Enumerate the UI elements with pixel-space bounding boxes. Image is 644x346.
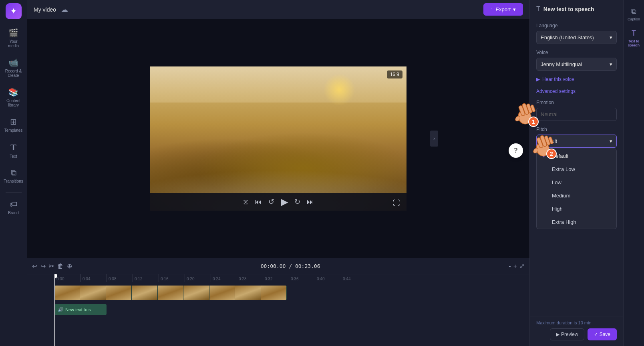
audio-icon: 🔊 <box>58 307 64 312</box>
pitch-option-medium[interactable]: Medium <box>537 189 616 202</box>
audio-track: 🔊 New text to s <box>54 301 529 317</box>
sidebar-item-your-media[interactable]: 🎬 Your media <box>2 24 26 52</box>
ruler-mark: 0:44 <box>341 274 367 282</box>
pitch-label: Pitch <box>536 127 617 132</box>
sidebar-item-transitions[interactable]: ⧉ Transitions <box>2 164 26 187</box>
export-button[interactable]: ↑ Export ▾ <box>483 3 523 16</box>
app-logo[interactable]: ✦ <box>6 3 22 19</box>
templates-icon: ⊞ <box>10 117 17 127</box>
voice-chevron-icon: ▾ <box>610 61 612 67</box>
skip-back-button[interactable]: ⏮ <box>255 198 262 206</box>
emotion-field[interactable]: Neutral <box>536 108 617 121</box>
emotion-label: Emotion <box>536 100 617 105</box>
timeline-playhead <box>54 274 55 346</box>
media-icon: 🎬 <box>8 28 18 38</box>
transitions-icon: ⧉ <box>11 168 16 177</box>
hear-voice-button[interactable]: ▶ Hear this voice <box>536 76 617 82</box>
ruler-mark: 0:00 <box>54 274 80 282</box>
ruler-mark: 0:16 <box>159 274 185 282</box>
forward-button[interactable]: ↻ <box>294 197 300 206</box>
sidebar-item-text[interactable]: T Text <box>2 138 26 163</box>
check-icon: ✓ <box>542 153 549 159</box>
sidebar-item-record-create[interactable]: 📹 Record & create <box>2 54 26 82</box>
ruler-mark: 0:12 <box>133 274 159 282</box>
timeline-time: 00:00.00 / 00:23.06 <box>261 263 320 269</box>
pitch-option-low[interactable]: Low <box>537 176 616 189</box>
caption-tab[interactable]: ⧉ Caption <box>624 3 644 25</box>
pitch-chevron-icon: ▾ <box>610 138 612 144</box>
zoom-in-button[interactable]: + <box>513 263 517 270</box>
add-media-button[interactable]: ⊕ <box>67 262 72 270</box>
sidebar-item-brand[interactable]: 🏷 Brand <box>2 196 26 219</box>
brand-icon: 🏷 <box>10 200 18 209</box>
panel-title: New text to speech <box>543 6 594 12</box>
right-panel: T New text to speech Language English (U… <box>529 0 623 346</box>
timeline-toolbar: ↩ ↪ ✂ 🗑 ⊕ 00:00.00 / 00:23.06 - + ⤢ <box>27 258 529 274</box>
zoom-controls: - + ⤢ <box>509 262 525 270</box>
project-title: My video <box>34 6 56 13</box>
video-area: 16:9 ⧖ ⏮ ↺ ▶ ↻ ⏭ ⛶ ? › <box>27 19 529 258</box>
save-check-icon: ✓ <box>594 332 598 337</box>
tts-tab[interactable]: T Text to speech <box>624 25 644 51</box>
video-track <box>54 283 529 301</box>
ruler-mark: 0:40 <box>315 274 341 282</box>
sidebar-item-templates[interactable]: ⊞ Templates <box>2 113 26 137</box>
tts-icon: T <box>632 29 636 38</box>
pitch-dropdown-container: Default ▾ ✓ Default Extra Low Low <box>536 135 617 148</box>
pitch-options-menu: ✓ Default Extra Low Low Medium Hig <box>536 149 617 229</box>
zoom-out-button[interactable]: - <box>509 263 511 270</box>
panel-content: Language English (United States) ▾ Voice… <box>530 17 623 316</box>
library-icon: 📚 <box>8 87 18 97</box>
voice-label: Voice <box>536 50 617 55</box>
video-clip[interactable] <box>54 286 287 300</box>
timeline-area: ↩ ↪ ✂ 🗑 ⊕ 00:00.00 / 00:23.06 - + ⤢ <box>27 258 529 346</box>
record-icon: 📹 <box>8 58 18 67</box>
collapse-panel-button[interactable]: › <box>430 131 438 147</box>
redo-button[interactable]: ↪ <box>40 262 46 270</box>
play-button[interactable]: ▶ <box>281 196 288 207</box>
topbar: My video ☁ ↑ Export ▾ <box>27 0 529 19</box>
footer-buttons: ▶ Preview ✓ Save <box>536 328 617 340</box>
voice-dropdown[interactable]: Jenny Multilingual ▾ <box>536 58 617 71</box>
preview-button[interactable]: ▶ Preview <box>550 328 584 340</box>
audio-clip[interactable]: 🔊 New text to s <box>54 304 107 315</box>
caption-sidebar: ⧉ Caption T Text to speech <box>623 0 644 346</box>
ruler-mark: 0:24 <box>211 274 237 282</box>
language-label: Language <box>536 23 617 28</box>
cloud-save-icon[interactable]: ☁ <box>61 5 68 14</box>
subtitle-toggle-button[interactable]: ⧖ <box>243 198 248 206</box>
main-area: My video ☁ ↑ Export ▾ 16:9 ⧖ ⏮ ↺ <box>27 0 529 346</box>
sidebar-item-content-library[interactable]: 📚 Content library <box>2 83 26 111</box>
timeline-ruler: 0:00 0:04 0:08 0:12 0:16 0:20 0:24 0:28 … <box>54 274 529 283</box>
pitch-option-default[interactable]: ✓ Default <box>537 149 616 163</box>
audio-clip-label: New text to s <box>65 307 91 312</box>
delete-button[interactable]: 🗑 <box>57 263 64 270</box>
panel-footer: Maximum duration is 10 min ▶ Preview ✓ S… <box>530 316 623 346</box>
pitch-option-extra-high[interactable]: Extra High <box>537 215 616 229</box>
pitch-option-extra-low[interactable]: Extra Low <box>537 163 616 176</box>
video-container: 16:9 ⧖ ⏮ ↺ ▶ ↻ ⏭ ⛶ <box>150 66 407 211</box>
undo-button[interactable]: ↩ <box>32 262 37 270</box>
aspect-ratio-badge: 16:9 <box>387 70 402 78</box>
ruler-mark: 0:08 <box>107 274 133 282</box>
export-chevron-icon: ▾ <box>513 6 516 12</box>
help-button[interactable]: ? <box>509 143 523 158</box>
fullscreen-button[interactable]: ⛶ <box>393 199 400 207</box>
video-overlay: 16:9 <box>150 66 407 211</box>
panel-header: T New text to speech <box>530 0 623 17</box>
fit-timeline-button[interactable]: ⤢ <box>519 262 525 270</box>
pitch-option-high[interactable]: High <box>537 202 616 215</box>
text-to-speech-icon: T <box>536 6 540 13</box>
advanced-settings-toggle[interactable]: Advanced settings <box>536 89 617 94</box>
rewind-button[interactable]: ↺ <box>268 197 274 206</box>
save-button[interactable]: ✓ Save <box>588 328 617 340</box>
export-icon: ↑ <box>491 6 493 12</box>
pitch-dropdown[interactable]: Default ▾ <box>536 135 617 148</box>
caption-icon: ⧉ <box>631 7 636 16</box>
ruler-mark: 0:28 <box>237 274 263 282</box>
skip-forward-button[interactable]: ⏭ <box>307 198 314 206</box>
sidebar-divider <box>6 192 22 193</box>
play-circle-icon: ▶ <box>536 76 540 82</box>
cut-button[interactable]: ✂ <box>49 262 54 270</box>
language-dropdown[interactable]: English (United States) ▾ <box>536 31 617 44</box>
